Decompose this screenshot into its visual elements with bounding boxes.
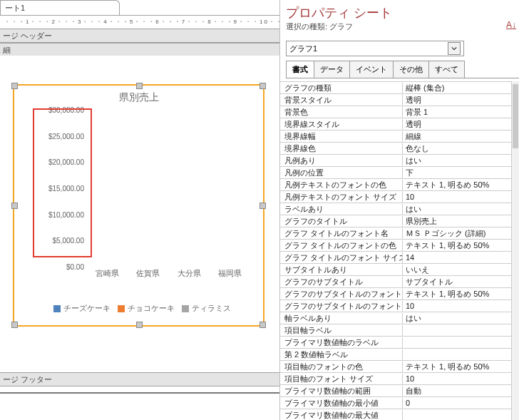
property-value[interactable]: 10: [403, 302, 512, 310]
property-label: プライマリ数値軸のラベル: [280, 337, 403, 348]
sort-az-button[interactable]: A↓: [506, 20, 516, 30]
property-value[interactable]: 下: [403, 168, 512, 178]
property-value[interactable]: 県別売上: [403, 216, 512, 227]
property-label: 軸ラベルあり: [280, 313, 403, 324]
object-selector[interactable]: グラフ1: [286, 41, 464, 56]
section-bar-detail[interactable]: 細: [0, 43, 279, 57]
y-axis-tick-label: $10,000.00: [36, 210, 84, 218]
property-value[interactable]: 0: [403, 399, 512, 407]
property-row[interactable]: グラフのサブタイトルのフォント サイズ10: [280, 300, 512, 312]
property-tab[interactable]: イベント: [349, 61, 394, 78]
property-row[interactable]: グラフのサブタイトルのフォントの色テキスト 1, 明るめ 50%: [280, 288, 512, 300]
property-value[interactable]: 色なし: [403, 143, 512, 154]
property-row[interactable]: 項目軸のフォント サイズ10: [280, 373, 512, 385]
property-value[interactable]: サブタイトル: [403, 277, 512, 287]
property-value[interactable]: テキスト 1, 明るめ 50%: [403, 362, 512, 372]
chart-title: 県別売上: [14, 91, 263, 104]
property-row[interactable]: 境界線スタイル透明: [280, 118, 512, 130]
property-row[interactable]: 第 2 数値軸ラベル: [280, 349, 512, 361]
scrollbar-thumb[interactable]: [513, 84, 518, 148]
property-label: プライマリ数値軸の最小値: [280, 398, 403, 409]
object-tab-label: ート1: [5, 4, 25, 12]
property-row[interactable]: 凡例ありはい: [280, 155, 512, 167]
property-value[interactable]: 10: [403, 193, 512, 201]
property-label: 境界線スタイル: [280, 119, 403, 130]
property-value[interactable]: テキスト 1, 明るめ 50%: [403, 180, 512, 190]
property-value[interactable]: ＭＳ Ｐゴシック (詳細): [403, 228, 512, 239]
property-sheet-pane: プロパティ シート 選択の種類: グラフ A↓ グラフ1 書式データイベントその…: [280, 0, 519, 420]
property-value[interactable]: 自動: [403, 386, 512, 396]
y-axis-tick-label: $25,000.00: [36, 132, 84, 140]
property-row[interactable]: グラフの種類縦棒 (集合): [280, 82, 512, 94]
property-label: 背景スタイル: [280, 95, 403, 106]
property-row[interactable]: 軸ラベルありはい: [280, 312, 512, 324]
horizontal-ruler: ・・・1・・・2・・・3・・・4・・・5・・・6・・・7・・・8・・・9・・・1…: [0, 15, 279, 29]
vertical-scrollbar[interactable]: [511, 81, 519, 420]
property-label: グラフの種類: [280, 83, 403, 93]
property-value[interactable]: はい: [403, 313, 512, 324]
property-value[interactable]: テキスト 1, 明るめ 50%: [403, 289, 512, 299]
resize-handle[interactable]: [260, 83, 266, 89]
property-row[interactable]: プライマリ数値軸のラベル: [280, 337, 512, 349]
property-row[interactable]: サブタイトルありいいえ: [280, 264, 512, 276]
property-row[interactable]: グラフのタイトル県別売上: [280, 215, 512, 227]
property-label: 背景色: [280, 107, 403, 118]
property-label: 項目軸のフォント サイズ: [280, 374, 403, 384]
property-row[interactable]: グラフ タイトルのフォント サイズ14: [280, 252, 512, 264]
property-value[interactable]: はい: [403, 204, 512, 215]
section-bar-page-footer[interactable]: ージ フッター: [0, 372, 279, 386]
chart-control[interactable]: 県別売上 $0.00$5,000.00$10,000.00$15,000.00$…: [13, 84, 264, 327]
property-row[interactable]: 凡例テキストのフォントの色テキスト 1, 明るめ 50%: [280, 179, 512, 191]
property-tab[interactable]: すべて: [428, 61, 465, 78]
section-divider: [0, 392, 279, 394]
property-label: グラフ タイトルのフォント サイズ: [280, 252, 403, 263]
property-value[interactable]: テキスト 1, 明るめ 50%: [403, 240, 512, 251]
resize-handle[interactable]: [260, 322, 266, 328]
property-label: 凡例テキストのフォント サイズ: [280, 192, 403, 203]
property-value[interactable]: 透明: [403, 95, 512, 106]
property-row[interactable]: 項目軸ラベル: [280, 324, 512, 337]
property-row[interactable]: グラフ タイトルのフォント名ＭＳ Ｐゴシック (詳細): [280, 227, 512, 240]
resize-handle[interactable]: [11, 83, 18, 89]
property-value[interactable]: 背景 1: [403, 107, 512, 118]
resize-handle[interactable]: [260, 203, 266, 209]
property-row[interactable]: 境界線色色なし: [280, 143, 512, 155]
property-row[interactable]: プライマリ数値軸の最大値: [280, 409, 512, 420]
report-design-surface: ート1 ・・・1・・・2・・・3・・・4・・・5・・・6・・・7・・・8・・・9…: [0, 0, 280, 420]
resize-handle[interactable]: [11, 322, 18, 328]
property-label: グラフのサブタイトルのフォントの色: [280, 289, 403, 299]
object-tab[interactable]: ート1: [0, 0, 120, 15]
property-row[interactable]: 項目軸のフォントの色テキスト 1, 明るめ 50%: [280, 361, 512, 373]
property-row[interactable]: グラフのサブタイトルサブタイトル: [280, 276, 512, 288]
y-axis-tick-label: $0.00: [36, 263, 84, 271]
property-row[interactable]: 境界線幅細線: [280, 130, 512, 143]
property-value[interactable]: 透明: [403, 119, 512, 130]
section-bar-page-header[interactable]: ージ ヘッダー: [0, 29, 279, 43]
property-label: グラフ タイトルのフォント名: [280, 228, 403, 239]
property-value[interactable]: 縦棒 (集合): [403, 83, 512, 93]
y-axis-tick-label: $15,000.00: [36, 185, 84, 193]
resize-handle[interactable]: [136, 83, 143, 89]
property-row[interactable]: プライマリ数値軸の範囲自動: [280, 385, 512, 397]
property-row[interactable]: 背景色背景 1: [280, 106, 512, 118]
property-row[interactable]: 凡例の位置下: [280, 167, 512, 179]
property-value[interactable]: 細線: [403, 131, 512, 142]
property-row[interactable]: グラフ タイトルのフォントの色テキスト 1, 明るめ 50%: [280, 240, 512, 252]
property-label: プライマリ数値軸の最大値: [280, 410, 403, 421]
property-value[interactable]: 14: [403, 253, 512, 262]
chevron-down-icon: [448, 42, 461, 55]
property-tab[interactable]: データ: [314, 61, 350, 78]
property-row[interactable]: 背景スタイル透明: [280, 94, 512, 106]
property-value[interactable]: はい: [403, 155, 512, 166]
property-row[interactable]: 凡例テキストのフォント サイズ10: [280, 191, 512, 203]
chart-legend: チーズケーキチョコケーキティラミス: [14, 303, 263, 314]
resize-handle[interactable]: [11, 203, 18, 209]
legend-label: ティラミス: [192, 304, 231, 312]
property-row[interactable]: ラベルありはい: [280, 203, 512, 215]
property-tab[interactable]: その他: [393, 61, 429, 78]
resize-handle[interactable]: [136, 322, 143, 328]
property-value[interactable]: いいえ: [403, 265, 512, 275]
property-value[interactable]: 10: [403, 374, 512, 383]
property-row[interactable]: プライマリ数値軸の最小値0: [280, 397, 512, 409]
property-tab[interactable]: 書式: [286, 61, 314, 78]
